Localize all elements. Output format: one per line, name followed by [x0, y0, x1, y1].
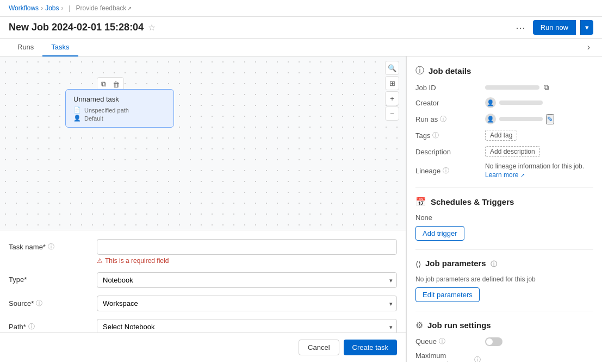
add-description-button[interactable]: Add description [485, 146, 540, 157]
tags-row: Tags ⓘ Add tag [415, 130, 593, 141]
queue-toggle [485, 337, 502, 346]
run-as-edit-button[interactable]: ✎ [546, 114, 554, 124]
task-card-path: Unspecified path [84, 107, 129, 114]
description-row: Description Add description [415, 146, 593, 157]
queue-label: Queue ⓘ [415, 337, 481, 346]
add-trigger-button[interactable]: Add trigger [415, 226, 464, 241]
error-icon: ⚠ [97, 257, 103, 265]
source-label: Source* ⓘ [9, 296, 90, 308]
source-info-icon: ⓘ [36, 299, 42, 308]
tabs-bar: Runs Tasks › [0, 39, 602, 57]
page-title: New Job 2024-02-01 15:28:04 [9, 22, 144, 33]
run-as-label: Run as ⓘ [415, 115, 481, 124]
cancel-button[interactable]: Cancel [299, 340, 339, 355]
toggle-knob [486, 338, 493, 345]
lineage-text: No lineage information for this job. [485, 162, 584, 170]
breadcrumb-jobs[interactable]: Jobs [45, 4, 59, 12]
lineage-info-icon: ⓘ [443, 166, 449, 175]
breadcrumb-sep2: › [61, 4, 63, 12]
path-label: Path* ⓘ [9, 319, 90, 331]
delete-card-button[interactable]: 🗑 [110, 79, 122, 90]
tags-label: Tags ⓘ [415, 131, 481, 140]
breadcrumb-pipe: | [69, 4, 70, 12]
run-now-button[interactable]: Run now [533, 20, 576, 35]
path-select[interactable]: Select Notebook [97, 319, 397, 332]
breadcrumb-sep1: › [41, 4, 43, 12]
task-name-error: ⚠ This is a required field [97, 257, 397, 265]
copy-job-id-button[interactable]: ⧉ [543, 83, 550, 92]
job-params-header: ⟨⟩ Job parameters ⓘ [415, 259, 593, 269]
lineage-row: Lineage ⓘ No lineage information for thi… [415, 162, 593, 179]
max-runs-info-icon: ⓘ [474, 355, 481, 362]
gear-icon: ⚙ [415, 320, 423, 330]
run-as-info-icon: ⓘ [440, 115, 446, 124]
run-dropdown-button[interactable]: ▾ [580, 20, 593, 35]
create-task-button[interactable]: Create task [344, 340, 397, 355]
form-actions: Cancel Create task [0, 332, 406, 362]
breadcrumb-workflows[interactable]: Workflows [9, 4, 39, 12]
type-row: Type* Notebook ▾ [9, 272, 397, 288]
type-control: Notebook ▾ [97, 272, 397, 288]
learn-more-link[interactable]: Learn more ↗ [485, 171, 525, 179]
run-settings-header: ⚙ Job run settings [415, 320, 593, 330]
star-icon[interactable]: ☆ [148, 22, 156, 33]
no-params-text: No job parameters are defined for this j… [415, 275, 593, 283]
copy-card-button[interactable]: ⧉ [98, 79, 109, 90]
zoom-in-button[interactable]: + [385, 91, 399, 105]
job-id-row: Job ID ⧉ [415, 83, 593, 92]
main-content: ⧉ 🗑 Unnamed task 📄 Unspecified path 👤 De… [0, 57, 602, 362]
tags-value: Add tag [485, 130, 593, 141]
run-as-row: Run as ⓘ 👤 ✎ [415, 114, 593, 124]
form-panel: Task name* ⓘ ⚠ This is a required field … [0, 230, 406, 332]
task-name-input[interactable] [97, 239, 397, 255]
source-row: Source* ⓘ Workspace ▾ [9, 296, 397, 311]
schedules-header: 📅 Schedules & Triggers [415, 197, 593, 207]
queue-row: Queue ⓘ [415, 337, 593, 346]
divider-1 [415, 187, 593, 188]
job-details-icon: ⓘ [415, 65, 424, 77]
task-name-info-icon: ⓘ [48, 242, 54, 252]
search-canvas-button[interactable]: 🔍 [385, 61, 399, 75]
tab-runs[interactable]: Runs [9, 39, 42, 57]
fit-view-button[interactable]: ⊞ [385, 76, 399, 90]
zoom-out-button[interactable]: − [385, 106, 399, 121]
task-card-title: Unnamed task [73, 95, 166, 103]
tab-tasks[interactable]: Tasks [42, 39, 78, 57]
task-card-type: Default [84, 115, 103, 122]
job-id-value: ⧉ [485, 83, 593, 92]
breadcrumb: Workflows › Jobs › | Provide feedback ↗ [9, 4, 132, 12]
person-icon: 👤 [73, 115, 81, 122]
job-id-label: Job ID [415, 84, 481, 92]
run-as-value: 👤 ✎ [485, 114, 593, 124]
task-card-type-row: 👤 Default [73, 115, 166, 122]
external-link-icon: ↗ [127, 5, 132, 11]
creator-label: Creator [415, 99, 481, 107]
more-options-button[interactable]: ⋯ [512, 21, 529, 35]
lineage-value: No lineage information for this job. Lea… [485, 162, 593, 179]
edit-params-button[interactable]: Edit parameters [415, 287, 480, 302]
creator-value: 👤 [485, 97, 593, 108]
right-panel: ⓘ Job details Job ID ⧉ Creator 👤 Run as … [406, 57, 602, 362]
schedule-none-text: None [415, 214, 593, 222]
type-select[interactable]: Notebook [97, 272, 397, 288]
creator-row: Creator 👤 [415, 97, 593, 108]
source-select[interactable]: Workspace [97, 296, 397, 311]
add-tag-button[interactable]: Add tag [485, 130, 517, 141]
top-bar: Workflows › Jobs › | Provide feedback ↗ [0, 0, 602, 17]
collapse-panel-button[interactable]: › [586, 39, 591, 56]
task-card[interactable]: Unnamed task 📄 Unspecified path 👤 Defaul… [65, 89, 174, 128]
canvas-area: ⧉ 🗑 Unnamed task 📄 Unspecified path 👤 De… [0, 57, 406, 230]
title-right: ⋯ Run now ▾ [512, 20, 593, 35]
title-bar: New Job 2024-02-01 15:28:04 ☆ ⋯ Run now … [0, 17, 602, 39]
job-params-title: Job parameters ⓘ [425, 259, 497, 269]
description-label: Description [415, 148, 481, 156]
queue-toggle-switch[interactable] [485, 337, 502, 346]
lineage-label: Lineage ⓘ [415, 166, 481, 175]
run-settings-title: Job run settings [427, 321, 491, 330]
feedback-link[interactable]: Provide feedback ↗ [76, 4, 132, 12]
max-runs-label: Maximum concurrent runs ⓘ [415, 352, 481, 362]
description-value: Add description [485, 146, 593, 157]
path-row: Path* ⓘ Select Notebook ▾ [9, 319, 397, 332]
queue-info-icon: ⓘ [439, 337, 445, 346]
task-name-row: Task name* ⓘ ⚠ This is a required field [9, 239, 397, 265]
